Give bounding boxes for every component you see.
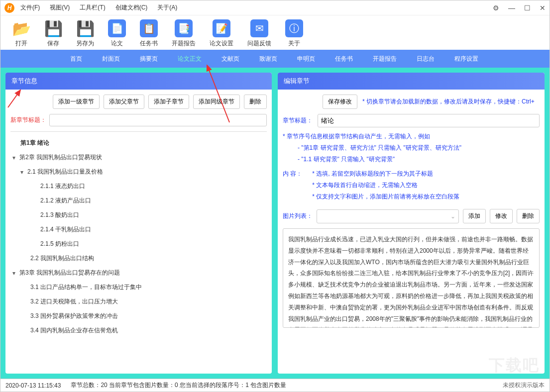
saveas-icon: 💾: [76, 19, 94, 37]
add-sibling-chapter-button[interactable]: 添加同级章节: [193, 95, 240, 109]
app-logo: H: [4, 3, 14, 13]
tree-item[interactable]: 3.3 国外贸易保护政策带来的冲击: [10, 309, 267, 323]
toolbar: 📂打开 💾保存 💾另存为 📄论文 📋任务书 📑开题报告 📝论文设置 ✉问题反馈 …: [0, 15, 550, 50]
image-list-label: 图片列表：: [283, 212, 313, 220]
tree-item[interactable]: ▾第2章 我国乳制品出口贸易现状: [10, 150, 267, 165]
delete-chapter-button[interactable]: 删除: [244, 95, 267, 109]
new-title-input[interactable]: [49, 114, 267, 126]
hint-indent: * 文本每段首行自动缩进，无需输入空格: [312, 181, 540, 190]
chapter-title-label: 章节标题：: [283, 116, 313, 125]
tab-proposal[interactable]: 开题报告: [363, 50, 407, 68]
save-note: * 切换章节请会加载新的数据，修改后请及时保存，快捷键：Ctrl+: [362, 98, 535, 106]
hint-image: * 仅支持文字和图片，添加图片前请将光标放在空白段落: [312, 193, 540, 201]
status-time: 2020-07-13 11:15:43: [5, 382, 61, 389]
tree-item[interactable]: 2.1.5 奶粉出口: [10, 237, 267, 251]
titlebar: H 文件(F) 视图(V) 工具栏(T) 创建文档(C) 关于(A) ⚙ — ☐…: [0, 0, 550, 15]
tab-cover[interactable]: 封面页: [92, 50, 130, 68]
tree-item[interactable]: 2.1.2 液奶产品出口: [10, 194, 267, 208]
status-license: 未授权演示版本: [503, 381, 545, 390]
page-tabs: 首页 封面页 摘要页 论文正文 文献页 致谢页 申明页 任务书 开题报告 日志台…: [0, 50, 550, 68]
menu-file[interactable]: 文件(F): [20, 3, 40, 12]
chevron-down-icon[interactable]: ▾: [12, 154, 19, 161]
add-l1-chapter-button[interactable]: 添加一级章节: [53, 95, 100, 109]
add-child-chapter-button[interactable]: 添加子章节: [148, 95, 189, 109]
tree-item[interactable]: 2.1.1 液态奶出口: [10, 179, 267, 194]
menu-toolbar[interactable]: 工具栏(T): [80, 3, 105, 12]
tool-proposal[interactable]: 📑开题报告: [172, 19, 196, 48]
chapter-info-panel: 章节信息 添加一级章节 添加父章节 添加子章节 添加同级章节 删除 新章节标题：…: [5, 73, 272, 374]
edit-chapter-panel: 编辑章节 保存修改 * 切换章节请会加载新的数据，修改后请及时保存，快捷键：Ct…: [278, 73, 545, 374]
hint-autonumber: * 章节序号信息根据章节结构自动产生，无需输入，例如: [283, 132, 540, 141]
tab-decl[interactable]: 申明页: [287, 50, 325, 68]
tree-item[interactable]: 3.4 国内乳制品企业存在信誉危机: [10, 323, 267, 338]
gear-icon[interactable]: ⚙: [493, 4, 499, 12]
chapter-info-header: 章节信息: [5, 73, 272, 90]
tree-item[interactable]: 2.1.3 酸奶出口: [10, 208, 267, 222]
maximize-button[interactable]: ☐: [524, 4, 531, 12]
tool-feedback[interactable]: ✉问题反馈: [247, 19, 271, 48]
hint-example-1: - "第1章 研究背景、研究方法" 只需输入 "研究背景、研究方法": [298, 144, 540, 152]
content-label: 内 容：: [283, 170, 302, 201]
tree-item[interactable]: 3.1 出口产品结构单一，目标市场过于集中: [10, 280, 267, 294]
tab-abstract[interactable]: 摘要页: [130, 50, 168, 68]
tool-open[interactable]: 📂打开: [12, 19, 30, 48]
tab-log[interactable]: 日志台: [407, 50, 444, 68]
info-icon: ⓘ: [285, 19, 303, 37]
close-button[interactable]: ✕: [540, 4, 546, 12]
tool-saveas[interactable]: 💾另存为: [76, 19, 94, 48]
add-parent-chapter-button[interactable]: 添加父章节: [104, 95, 144, 109]
tree-item[interactable]: ▾第3章 我国乳制品出口贸易存在的问题: [10, 266, 267, 280]
window-controls: ⚙ — ☐ ✕: [493, 4, 546, 12]
delete-image-button[interactable]: 删除: [517, 209, 540, 223]
chevron-down-icon[interactable]: ▾: [20, 169, 27, 176]
hint-optional: * 选填, 若留空则该标题段的下一段为其子标题: [312, 170, 540, 178]
tool-settings[interactable]: 📝论文设置: [210, 19, 233, 48]
tool-save[interactable]: 💾保存: [44, 19, 62, 48]
tree-item[interactable]: ▾2.1 我国乳制品出口量及价格: [10, 165, 267, 179]
folder-icon: 📂: [12, 19, 30, 37]
menu-about[interactable]: 关于(A): [157, 3, 177, 12]
hint-example-2: - "1.1 研究背景" 只需输入 "研究背景": [298, 155, 540, 164]
tool-thesis[interactable]: 📄论文: [108, 19, 126, 48]
tab-task[interactable]: 任务书: [325, 50, 363, 68]
menu-bar: 文件(F) 视图(V) 工具栏(T) 创建文档(C) 关于(A): [20, 3, 177, 12]
tool-about[interactable]: ⓘ关于: [285, 19, 303, 48]
menu-create[interactable]: 创建文档(C): [115, 3, 148, 12]
content-textarea[interactable]: 我国乳制品行业成长迅速，已进入乳业大国的行列，但并未做强，前途也并非一路顺畅。数…: [283, 228, 540, 328]
settings-icon: 📝: [213, 19, 230, 37]
chevron-down-icon[interactable]: ▾: [12, 270, 19, 277]
report-icon: 📑: [175, 19, 193, 37]
tab-thanks[interactable]: 致谢页: [249, 50, 287, 68]
tree-item[interactable]: 第1章 绪论: [10, 136, 267, 150]
save-icon: 💾: [44, 19, 62, 37]
minimize-button[interactable]: —: [508, 4, 515, 12]
chapter-tree: 第1章 绪论 ▾第2章 我国乳制品出口贸易现状 ▾2.1 我国乳制品出口量及价格…: [10, 131, 267, 338]
status-info: 章节总数：20 当前章节包含图片数量：0 您当前选择的段落序号：1 包含图片数量: [71, 381, 286, 390]
menu-view[interactable]: 视图(V): [50, 3, 70, 12]
tab-prog[interactable]: 程序设置: [444, 50, 488, 68]
tree-item[interactable]: 3.2 进口关税降低，出口压力增大: [10, 294, 267, 309]
tab-body[interactable]: 论文正文: [168, 50, 212, 68]
doc-icon: 📄: [108, 19, 126, 37]
tab-home[interactable]: 首页: [60, 50, 92, 68]
chapter-title-input[interactable]: [318, 114, 540, 127]
list-icon: 📋: [140, 19, 158, 37]
tree-item[interactable]: 2.1.4 干乳制品出口: [10, 222, 267, 237]
save-changes-button[interactable]: 保存修改: [323, 95, 357, 109]
mail-icon: ✉: [250, 19, 268, 37]
statusbar: 2020-07-13 11:15:43 章节总数：20 当前章节包含图片数量：0…: [0, 379, 550, 392]
edit-chapter-header: 编辑章节: [278, 73, 545, 90]
tab-refs[interactable]: 文献页: [212, 50, 249, 68]
image-list-select[interactable]: ⌄: [317, 209, 459, 223]
chevron-down-icon: ⌄: [450, 213, 455, 220]
new-title-label: 新章节标题：: [10, 116, 46, 124]
add-image-button[interactable]: 添加: [463, 209, 486, 223]
tree-item[interactable]: 2.2 我国乳制品出口结构: [10, 251, 267, 266]
tool-taskbook[interactable]: 📋任务书: [140, 19, 158, 48]
edit-image-button[interactable]: 修改: [490, 209, 513, 223]
